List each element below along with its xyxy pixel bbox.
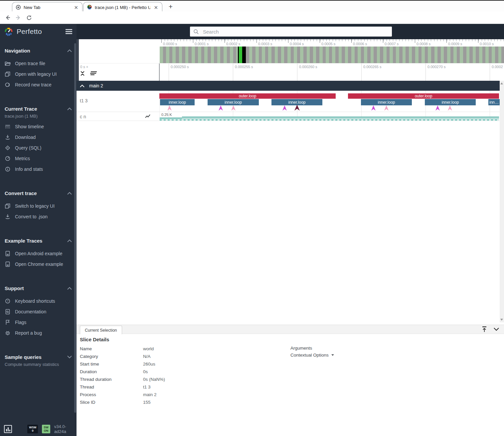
tick (161, 39, 162, 43)
instant-marker-magenta[interactable] (371, 105, 376, 111)
sidebar-item-download[interactable]: Download (5, 132, 72, 143)
download-icon (5, 214, 11, 220)
trace-minimap[interactable] (79, 47, 504, 63)
tick (383, 39, 383, 43)
browser-tab-perfetto[interactable]: trace.json (1 MB) - Perfetto UI ✕ (83, 2, 162, 12)
chevron-down-icon[interactable] (67, 356, 72, 359)
instant-marker-pink[interactable] (231, 105, 236, 111)
slice-inner-loop-clipped[interactable]: inner.loop (488, 99, 500, 105)
sidebar-item-convert-to-json[interactable]: Convert to .json (5, 211, 72, 222)
expand-panel-top-icon[interactable] (481, 326, 487, 333)
sidebar-item-documentation[interactable]: Documentation (5, 306, 72, 317)
instant-marker-pink[interactable] (167, 105, 172, 111)
section-title: Support (5, 285, 24, 291)
chevron-up-icon[interactable] (67, 239, 72, 242)
tab-current-selection[interactable]: Current Selection (80, 326, 122, 334)
contextual-options-dropdown[interactable]: Contextual Options (290, 353, 334, 358)
slice-inner-loop[interactable]: inner.loop (425, 99, 476, 105)
browser-tab-newtab[interactable]: New Tab ✕ (12, 2, 83, 12)
instant-marker-pink[interactable] (384, 105, 389, 111)
chevron-up-icon[interactable] (67, 107, 72, 110)
slice-inner-loop[interactable]: inner.loop (160, 99, 195, 105)
track-scrollbar[interactable] (500, 81, 504, 322)
chevron-up-icon[interactable] (67, 192, 72, 195)
instant-marker-magenta[interactable] (219, 105, 223, 111)
sidebar-section-current-trace: Current Trace trace.json (1 MB) Show tim… (0, 106, 77, 174)
detail-row-value: N/A (143, 354, 165, 359)
sidebar-item-open-android-example[interactable]: Open Android example (5, 248, 72, 259)
sidebar-item-keyboard-shortcuts[interactable]: ? Keyboard shortcuts (5, 296, 72, 306)
sidebar-item-open-trace-file[interactable]: Open trace file (5, 58, 72, 69)
current-trace-filename: trace.json (1 MB) (5, 114, 72, 119)
collapse-panel-icon[interactable] (493, 326, 499, 333)
sidebar-item-label: Query (SQL) (15, 145, 41, 151)
sidebar-item-report-a-bug[interactable]: Report a bug (5, 328, 72, 338)
search-box[interactable] (190, 27, 392, 37)
collapse-tracks-icon[interactable] (80, 71, 85, 76)
track-filter-icon[interactable] (89, 71, 97, 75)
slice-label: inner.loop (489, 100, 500, 105)
slice-details-title: Slice Details (80, 337, 109, 342)
reload-button[interactable] (25, 13, 33, 22)
overview-tick-label: 0.0008 s (417, 42, 430, 46)
metrics-gauge-icon (5, 156, 11, 162)
sidebar-item-open-chrome-example[interactable]: Open Chrome example (5, 259, 72, 270)
sw-badge-bottom: ON (44, 429, 49, 432)
tab-close-icon[interactable]: ✕ (73, 5, 79, 10)
tick (193, 39, 193, 43)
sidebar-item-info-and-stats[interactable]: Info and stats (5, 164, 72, 174)
sidebar: Perfetto Navigation Open trace file Open… (0, 24, 77, 436)
section-title: Example Traces (5, 238, 42, 244)
chevron-up-icon[interactable] (80, 84, 84, 87)
scroll-down-arrow[interactable] (500, 319, 503, 321)
sample-queries-subtitle: Compute summary statistics (5, 362, 72, 367)
sidebar-item-metrics[interactable]: Metrics (5, 153, 72, 164)
sidebar-item-flags[interactable]: Flags (5, 317, 72, 328)
forward-button[interactable] (14, 13, 23, 22)
sidebar-scrollbar[interactable] (74, 43, 76, 413)
search-icon (193, 29, 199, 35)
detail-row-label: Thread (80, 384, 143, 389)
back-button[interactable] (3, 13, 12, 22)
slice-label: outer.loop (239, 94, 256, 98)
query-icon (5, 145, 11, 151)
sidebar-item-switch-legacy-ui[interactable]: Switch to legacy UI (5, 201, 72, 211)
topbar (77, 24, 504, 39)
help-icon: ? (5, 298, 11, 304)
tab-title: New Tab (24, 5, 71, 10)
minimap-viewport-selection[interactable] (238, 47, 246, 63)
slice-outer-loop[interactable]: outer.loop (348, 93, 499, 99)
viewport-start-line (159, 63, 160, 81)
sidebar-item-open-legacy-ui[interactable]: Open with legacy UI (5, 69, 72, 79)
overview-tick-label: 0.0010 s (480, 42, 494, 46)
process-group-header[interactable]: main 2 (77, 81, 500, 91)
instant-marker-pink[interactable] (448, 105, 452, 111)
slice-inner-loop[interactable]: inner.loop (361, 99, 412, 105)
instant-marker-magenta[interactable] (435, 105, 440, 111)
chevron-up-icon[interactable] (67, 49, 72, 52)
hamburger-menu-icon[interactable] (65, 29, 73, 35)
slice-outer-loop[interactable]: outer.loop (159, 93, 336, 99)
detail-row-value: t1 3 (143, 384, 165, 389)
sidebar-footer: WSM 0 SW ON v34.0-ad24a (4, 424, 73, 434)
slice-inner-loop[interactable]: inner.loop (208, 99, 259, 105)
chevron-up-icon[interactable] (67, 287, 72, 290)
sidebar-item-record-new-trace[interactable]: Record new trace (5, 79, 72, 90)
search-input[interactable] (203, 29, 389, 35)
detail-row-label: Category (80, 354, 143, 359)
scroll-up-arrow[interactable] (500, 82, 503, 84)
sidebar-item-query-sql[interactable]: Query (SQL) (5, 143, 72, 153)
sidebar-item-show-timeline[interactable]: Show timeline (5, 121, 72, 132)
detail-row-value: 260us (143, 362, 165, 367)
sidebar-item-label: Open trace file (15, 61, 45, 66)
minimap-selection-highlight (239, 47, 242, 63)
instant-marker-magenta[interactable] (282, 105, 287, 111)
detail-time-ruler[interactable]: 0 s + 0.000250 s 0.000255 s 0.000260 s 0… (79, 63, 504, 81)
overview-time-ruler[interactable]: 0.0000 s 0.0001 s 0.0002 s 0.0003 s 0.00… (79, 39, 504, 47)
dropdown-caret-icon (331, 354, 334, 356)
perf-stats-icon[interactable] (4, 425, 12, 433)
new-tab-button[interactable]: + (166, 2, 176, 11)
section-title: Sample queries (5, 354, 42, 360)
tab-close-icon[interactable]: ✕ (153, 5, 159, 10)
slice-inner-loop[interactable]: inner.loop (271, 99, 322, 105)
